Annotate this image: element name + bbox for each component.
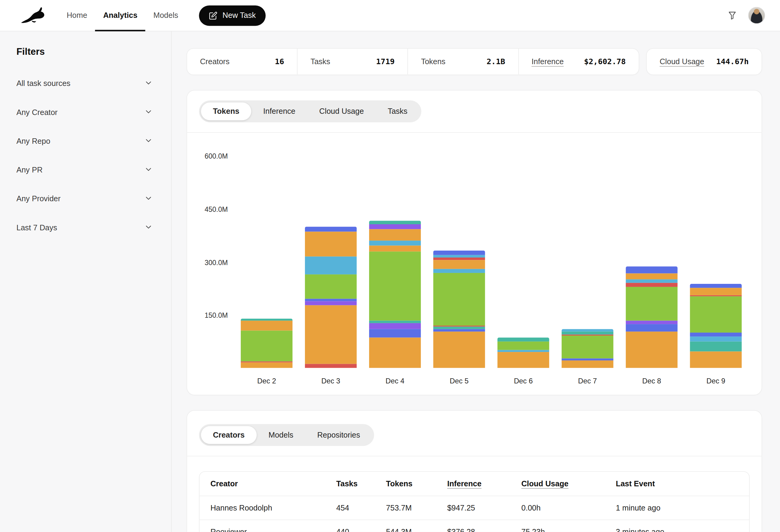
bar-segment-purple[interactable] [369, 323, 421, 329]
bar-segment-orange[interactable] [369, 246, 421, 252]
bar-segment-sky[interactable] [369, 241, 421, 246]
bar-segment-orange[interactable] [497, 352, 549, 368]
bar-segment-teal[interactable] [690, 341, 742, 351]
bar-segment-sky[interactable] [626, 279, 678, 283]
tab-tasks[interactable]: Tasks [376, 102, 420, 120]
col-cloud-usage-tooltip[interactable]: Cloud Usage [522, 479, 569, 488]
tab-inference[interactable]: Inference [251, 102, 307, 120]
bar-segment-sky[interactable] [305, 257, 357, 274]
bar-segment-teal[interactable] [562, 331, 614, 334]
bar-segment-sky[interactable] [497, 350, 549, 352]
bar-segment-red[interactable] [305, 364, 357, 368]
bar-segment-blue[interactable] [433, 329, 485, 331]
col-tokens: Tokens [386, 479, 447, 488]
bar-segment-orange[interactable] [433, 260, 485, 269]
filter-task-sources[interactable]: All task sources [16, 69, 152, 98]
filter-creator[interactable]: Any Creator [16, 98, 152, 127]
bar-segment-sky[interactable] [433, 269, 485, 273]
bar-segment-purple[interactable] [305, 302, 357, 305]
filter-funnel-icon[interactable] [727, 11, 737, 20]
filter-provider[interactable]: Any Provider [16, 184, 152, 213]
bar-segment-blue[interactable] [562, 358, 614, 360]
bar-dec-9[interactable]: Dec 9 [690, 142, 742, 368]
tab-cloud-usage[interactable]: Cloud Usage [307, 102, 376, 120]
nav-item-models[interactable]: Models [145, 0, 186, 31]
bar-segment-orange[interactable] [241, 321, 293, 330]
bar-segment-sky[interactable] [562, 329, 614, 331]
bar-dec-6[interactable]: Dec 6 [497, 142, 549, 368]
bar-segment-orange[interactable] [626, 331, 678, 368]
bar-segment-orange[interactable] [305, 231, 357, 257]
bar-segment-purple[interactable] [369, 224, 421, 229]
bar-segment-green[interactable] [369, 252, 421, 320]
bar-segment-blue[interactable] [305, 299, 357, 302]
bar-segment-blue[interactable] [369, 329, 421, 337]
nav-item-home[interactable]: Home [59, 0, 95, 31]
summary-stats-card: Creators 16 Tasks 1719 Tokens 2.1B Infer… [187, 48, 639, 75]
bar-dec-4[interactable]: Dec 4 [369, 142, 421, 368]
table-row[interactable]: Hannes Roodolph 454 753.7M $947.25 0.00h… [200, 496, 749, 520]
stat-label-inference-tooltip[interactable]: Inference [531, 57, 564, 66]
chart-card: Tokens Inference Cloud Usage Tasks 150.0… [187, 90, 762, 395]
bar-segment-orange[interactable] [305, 305, 357, 364]
bar-segment-teal[interactable] [241, 318, 293, 321]
stat-value: 144.67h [716, 57, 748, 66]
bar-segment-orange[interactable] [626, 273, 678, 279]
bar-segment-orange[interactable] [369, 337, 421, 368]
stat-label-cloud-tooltip[interactable]: Cloud Usage [660, 57, 704, 66]
bar-segment-orange[interactable] [690, 288, 742, 296]
bar-segment-blue[interactable] [690, 284, 742, 288]
bar-segment-blue[interactable] [626, 267, 678, 273]
bar-segment-orange[interactable] [241, 363, 293, 368]
tab-models[interactable]: Models [256, 426, 305, 444]
col-creator: Creator [210, 479, 336, 488]
bar-segment-green[interactable] [497, 342, 549, 350]
bar-dec-2[interactable]: Dec 2 [241, 142, 293, 368]
bar-segment-orange[interactable] [562, 360, 614, 368]
bar-dec-5[interactable]: Dec 5 [433, 142, 485, 368]
y-tick-label: 300.0M [205, 258, 228, 266]
filter-repo[interactable]: Any Repo [16, 127, 152, 156]
x-axis-label: Dec 5 [433, 377, 485, 385]
new-task-button[interactable]: New Task [199, 5, 266, 25]
bar-dec-3[interactable]: Dec 3 [305, 142, 357, 368]
bar-segment-red[interactable] [626, 283, 678, 286]
user-avatar[interactable] [748, 7, 765, 24]
bar-segment-orange[interactable] [690, 351, 742, 368]
bar-segment-teal[interactable] [369, 320, 421, 323]
bar-segment-blue[interactable] [626, 324, 678, 332]
bar-segment-green[interactable] [305, 274, 357, 299]
bar-segment-orange[interactable] [433, 331, 485, 368]
filter-date-range[interactable]: Last 7 Days [16, 213, 152, 242]
bar-segment-purple[interactable] [626, 320, 678, 324]
tab-tokens[interactable]: Tokens [201, 102, 251, 120]
bar-segment-green[interactable] [433, 273, 485, 326]
bar-segment-blue[interactable] [433, 251, 485, 255]
bar-segment-blue[interactable] [305, 227, 357, 231]
bar-dec-7[interactable]: Dec 7 [562, 142, 614, 368]
bar-segment-green[interactable] [690, 297, 742, 332]
bar-segment-green[interactable] [626, 286, 678, 320]
filter-pr[interactable]: Any PR [16, 156, 152, 184]
y-tick-label: 450.0M [205, 206, 228, 213]
bar-segment-teal[interactable] [369, 221, 421, 224]
stat-tokens: Tokens 2.1B [407, 49, 518, 74]
bar-segment-orange[interactable] [369, 229, 421, 241]
tab-creators[interactable]: Creators [201, 426, 257, 444]
bar-segment-sky[interactable] [690, 336, 742, 341]
nav-item-analytics[interactable]: Analytics [95, 0, 145, 31]
table-row[interactable]: Rooviewer 440 544.3M $376.28 75.23h 3 mi… [200, 520, 749, 532]
app-root: Home Analytics Models New Task [0, 0, 780, 532]
breakdown-tab-group: Creators Models Repositories [199, 424, 374, 446]
bar-segment-teal[interactable] [497, 337, 549, 342]
kangaroo-logo[interactable] [19, 6, 47, 25]
tab-repositories[interactable]: Repositories [305, 426, 372, 444]
bar-segment-sky[interactable] [433, 255, 485, 258]
bar-segment-red[interactable] [433, 258, 485, 260]
bar-dec-8[interactable]: Dec 8 [626, 142, 678, 368]
bar-segment-blue[interactable] [690, 332, 742, 336]
bar-segment-green[interactable] [241, 330, 293, 362]
col-inference-tooltip[interactable]: Inference [447, 479, 481, 488]
bar-segment-teal[interactable] [433, 326, 485, 329]
bar-segment-green[interactable] [562, 335, 614, 358]
